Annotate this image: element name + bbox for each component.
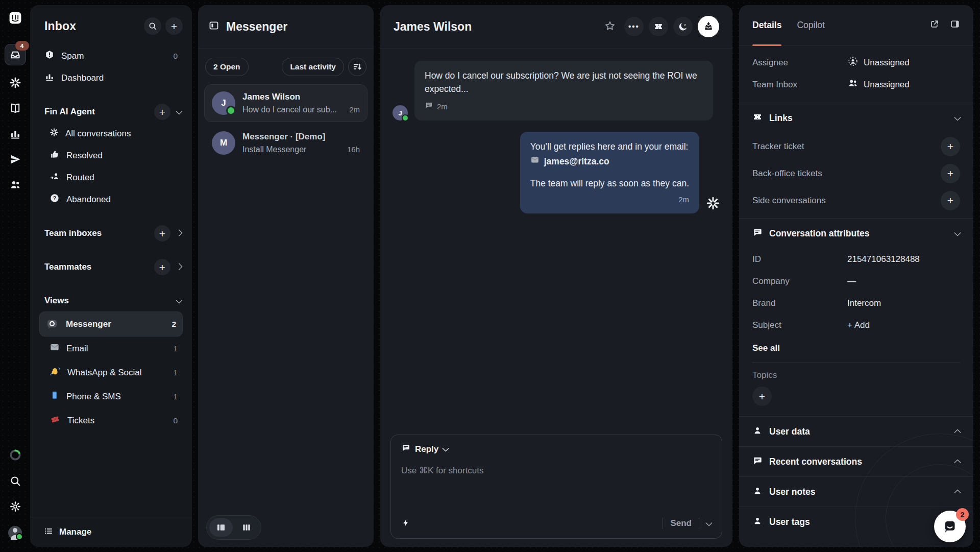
routed-person-arrow-icon — [50, 171, 60, 184]
send-button[interactable]: Send — [670, 518, 692, 529]
sort-direction-button[interactable] — [348, 58, 366, 76]
intercom-inbox-app: 4 Inbox Spam 0 Dashboard — [0, 0, 980, 552]
inbox-unread-badge: 4 — [15, 41, 29, 51]
chevron-right-icon[interactable] — [176, 229, 183, 236]
sidebar-item-view-messenger[interactable]: Messenger 2 — [39, 311, 183, 337]
settings-gear-button[interactable] — [9, 500, 21, 515]
links-section-header[interactable]: Links — [752, 103, 960, 133]
more-actions-button[interactable] — [624, 17, 644, 36]
fin-bot-icon — [706, 196, 720, 212]
sidebar-item-view-whatsapp-social[interactable]: WhatsApp & Social 1 — [44, 361, 183, 385]
rail-reports-button[interactable] — [9, 128, 21, 142]
close-conversation-button[interactable] — [698, 16, 719, 37]
add-topic-button[interactable] — [752, 387, 772, 406]
plus-icon — [159, 228, 165, 239]
chevron-down-icon — [954, 113, 961, 121]
teammates-header[interactable]: Teammates — [39, 256, 183, 278]
open-in-new-icon[interactable] — [929, 19, 940, 31]
manage-button[interactable]: Manage — [30, 517, 192, 547]
teammates-add-button[interactable] — [154, 259, 170, 275]
sidebar-item-abandoned[interactable]: Abandoned — [44, 188, 183, 210]
see-all-link[interactable]: See all — [752, 336, 960, 361]
composer-input[interactable]: Use ⌘K for shortcuts — [401, 465, 712, 476]
outbound-email: james@ritza.co — [544, 155, 609, 168]
add-tracker-ticket-button[interactable] — [941, 137, 960, 156]
tab-details[interactable]: Details — [752, 5, 781, 45]
team-inbox-row[interactable]: Team Inbox Unassigned — [752, 74, 960, 95]
recent-conversations-section-header[interactable]: Recent conversations — [752, 447, 960, 476]
side-conversations-row: Side conversations — [752, 187, 960, 214]
user-avatar[interactable] — [8, 526, 22, 540]
fin-ai-agent-header[interactable]: Fin AI Agent — [39, 101, 183, 123]
layout-toggle — [206, 515, 261, 540]
thread-title: James Wilson — [394, 20, 472, 34]
collapse-panel-icon[interactable] — [208, 20, 219, 33]
sidebar-new-conversation-button[interactable] — [165, 17, 183, 35]
team-inboxes-header[interactable]: Team inboxes — [39, 223, 183, 244]
details-tabs: Details Copilot — [739, 5, 973, 45]
toggle-side-panel-icon[interactable] — [950, 19, 960, 31]
rail-fin-ai-button[interactable] — [9, 77, 21, 91]
views-header[interactable]: Views — [39, 290, 183, 311]
person-icon — [752, 486, 763, 498]
chevron-down-icon — [442, 445, 449, 452]
conversation-row-messenger-demo[interactable]: M Messenger · [Demo] Install Messenger 1… — [204, 124, 368, 162]
messenger-view-count: 2 — [172, 320, 176, 329]
rail-knowledge-button[interactable] — [9, 102, 21, 116]
layout-columns-view-button[interactable] — [235, 518, 258, 537]
chevron-right-icon[interactable] — [176, 262, 183, 270]
star-conversation-button[interactable] — [601, 20, 619, 34]
chevron-down-icon[interactable] — [176, 107, 183, 114]
sidebar-item-view-email[interactable]: Email 1 — [44, 337, 183, 361]
sidebar-item-view-phone-sms[interactable]: Phone & SMS 1 — [44, 385, 183, 409]
ticket-links-icon — [752, 112, 763, 125]
plus-icon — [759, 391, 765, 402]
conversation-row-james-wilson[interactable]: J James Wilson How do I cancel our sub..… — [204, 84, 368, 122]
user-data-section-header[interactable]: User data — [752, 417, 960, 446]
assignee-row[interactable]: Assignee Unassigned — [752, 52, 960, 74]
rail-contacts-button[interactable] — [9, 179, 21, 193]
unassigned-person-icon — [847, 56, 859, 69]
spam-count: 0 — [173, 52, 178, 61]
add-side-conversation-button[interactable] — [941, 191, 960, 210]
sidebar-item-view-tickets[interactable]: Tickets 0 — [44, 409, 183, 433]
sidebar-item-spam[interactable]: Spam 0 — [39, 45, 183, 67]
sidebar-item-all-conversations[interactable]: All conversations — [44, 123, 183, 145]
open-filter-button[interactable]: 2 Open — [205, 58, 249, 76]
fin-starburst-icon — [50, 128, 59, 139]
sidebar-item-dashboard[interactable]: Dashboard — [39, 67, 183, 89]
sort-order-button[interactable]: Last activity — [282, 58, 344, 76]
add-back-office-ticket-button[interactable] — [941, 164, 960, 183]
team-inboxes-add-button[interactable] — [154, 225, 170, 242]
attribute-subject-row[interactable]: Subject + Add — [752, 314, 960, 336]
snooze-button[interactable] — [673, 17, 693, 36]
tab-copilot[interactable]: Copilot — [797, 5, 824, 45]
person-icon — [752, 516, 763, 529]
chevron-down-icon[interactable] — [176, 296, 183, 303]
inbound-message: J How do I cancel our subscription? We a… — [393, 61, 720, 121]
waving-hand-icon — [50, 366, 61, 379]
sidebar-item-routed[interactable]: Routed — [44, 166, 183, 188]
convert-to-ticket-button[interactable] — [649, 17, 668, 36]
global-search-button[interactable] — [9, 475, 21, 489]
sidebar-item-resolved[interactable]: Resolved — [44, 145, 183, 166]
person-icon — [752, 425, 763, 438]
user-notes-section-header[interactable]: User notes — [752, 477, 960, 507]
outbound-message-time: 2m — [530, 194, 689, 206]
spam-icon — [44, 50, 55, 62]
messenger-launcher-button[interactable]: 2 — [934, 511, 966, 542]
envelope-icon — [530, 155, 540, 168]
layout-split-view-button[interactable] — [209, 518, 233, 537]
sidebar-search-button[interactable] — [144, 17, 161, 35]
plus-icon — [947, 195, 953, 206]
rail-outbound-button[interactable] — [9, 153, 21, 167]
fin-add-button[interactable] — [154, 104, 170, 120]
send-options-chevron[interactable] — [705, 519, 713, 526]
usage-ring-icon[interactable] — [9, 448, 22, 464]
rail-inbox-button[interactable]: 4 — [5, 44, 26, 65]
plus-icon — [171, 21, 177, 32]
user-tags-section-header[interactable]: User tags — [752, 507, 960, 537]
reply-mode-selector[interactable]: Reply — [401, 443, 712, 455]
shortcuts-bolt-button[interactable] — [401, 518, 410, 529]
conversation-attributes-header[interactable]: Conversation attributes — [752, 219, 960, 248]
